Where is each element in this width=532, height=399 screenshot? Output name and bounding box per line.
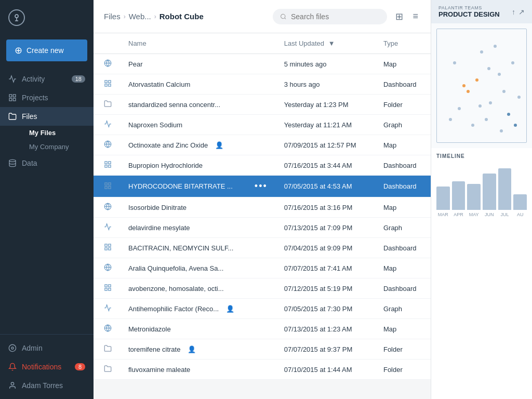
sidebar-item-projects[interactable]: Projects: [0, 88, 94, 107]
col-updated[interactable]: Last Updated ▼: [276, 33, 375, 54]
folder-icon: [104, 365, 112, 374]
file-type: Map: [375, 197, 431, 218]
dashboard-icon: [104, 182, 112, 191]
table-row[interactable]: Atorvastatin Calcium 3 hours ago Dashboa…: [94, 74, 431, 95]
right-panel-header: PALANTIR TEAMS PRODUCT DESIGN ↑ ↗: [431, 0, 532, 23]
breadcrumb-files[interactable]: Files: [104, 12, 121, 21]
timeline-month-label: MAY: [467, 212, 481, 217]
svg-line-9: [285, 18, 286, 19]
table-row[interactable]: avobenzone, homosalate, octi... 07/12/20…: [94, 278, 431, 299]
file-type: Map: [375, 54, 431, 74]
create-new-button[interactable]: ⊕ Create new: [6, 39, 87, 61]
table-row[interactable]: standardized senna concentr... Yesterday…: [94, 95, 431, 115]
grid-view-icon[interactable]: ⊞: [393, 9, 405, 24]
sidebar-item-admin[interactable]: Admin: [0, 339, 94, 357]
bell-icon: [8, 363, 17, 371]
table-row[interactable]: HYDROCODONE BITARTRATE ... ••• 07/05/201…: [94, 176, 431, 197]
file-type: Graph: [375, 299, 431, 319]
file-updated: 07/09/2015 at 12:57 PM: [276, 135, 375, 155]
svg-point-5: [9, 159, 16, 162]
table-row[interactable]: toremifene citrate 👤 07/07/2015 at 9:37 …: [94, 339, 431, 360]
user-icon: [8, 381, 17, 390]
timeline-months: MARAPRMAYJUNJULAU: [436, 210, 527, 217]
table-row[interactable]: Naproxen Sodium Yesterday at 11:21 AM Gr…: [94, 115, 431, 135]
table-row[interactable]: Isosorbide Dinitrate 07/16/2015 at 3:16 …: [94, 197, 431, 218]
sidebar-item-my-company[interactable]: My Company: [21, 140, 94, 154]
breadcrumb-robot-cube[interactable]: Robot Cube: [159, 12, 204, 21]
files-sub-nav: My Files My Company: [0, 126, 94, 154]
svg-rect-31: [109, 248, 111, 250]
file-type: Folder: [375, 339, 431, 360]
table-row[interactable]: Antihemophilic Factor (Reco... 👤 07/05/2…: [94, 299, 431, 319]
col-icon: [94, 33, 120, 54]
svg-point-0: [15, 15, 18, 18]
right-panel: PALANTIR TEAMS PRODUCT DESIGN ↑ ↗ TIMELI…: [431, 0, 532, 399]
scatter-dot: [487, 67, 490, 70]
file-updated: 3 hours ago: [276, 74, 375, 95]
scatter-inner: [436, 29, 527, 143]
file-type: Map: [375, 258, 431, 278]
file-type: Dashboard: [375, 74, 431, 95]
timeline-month-label: AU: [513, 212, 527, 217]
graph-icon: [104, 304, 112, 313]
table-row[interactable]: Bupropion Hydrochloride 07/16/2015 at 3:…: [94, 155, 431, 176]
file-updated: 07/12/2015 at 5:19 PM: [276, 278, 375, 299]
toolbar-icons: ⊞ ≡: [393, 9, 420, 24]
svg-rect-23: [109, 182, 111, 184]
table-row[interactable]: Metronidazole 07/13/2015 at 1:23 AM Map: [94, 319, 431, 339]
file-updated: 07/10/2015 at 1:44 AM: [276, 360, 375, 380]
list-view-icon[interactable]: ≡: [410, 9, 420, 24]
svg-rect-30: [105, 248, 107, 250]
search-box[interactable]: [273, 9, 387, 24]
sidebar-item-user[interactable]: Adam Torres: [0, 376, 94, 395]
svg-point-7: [11, 382, 14, 385]
scatter-dot: [498, 73, 501, 76]
svg-point-8: [281, 14, 285, 18]
scatter-dot: [517, 96, 521, 99]
plus-icon: ⊕: [15, 45, 22, 56]
file-name: Bupropion Hydrochloride: [128, 162, 203, 169]
sidebar-item-notifications[interactable]: Notifications 8: [0, 357, 94, 376]
dashboard-icon: [104, 284, 112, 293]
sidebar-item-data[interactable]: Data: [0, 154, 94, 172]
table-row[interactable]: Aralia Quinquefolia, Avena Sa... 07/07/2…: [94, 258, 431, 278]
sidebar-item-my-files[interactable]: My Files: [21, 126, 94, 140]
topbar: Files › Web... › Robot Cube ⊞ ≡: [94, 0, 431, 33]
col-name: Name: [120, 33, 276, 54]
scatter-dot: [449, 118, 452, 121]
upload-icon[interactable]: ↑: [512, 8, 515, 16]
shared-icon: 👤: [226, 305, 234, 313]
file-type: Graph: [375, 115, 431, 135]
search-input[interactable]: [291, 12, 380, 21]
sidebar-item-activity[interactable]: Activity 18: [0, 70, 94, 88]
dashboard-icon: [104, 244, 112, 252]
scatter-dot: [462, 84, 466, 87]
svg-rect-4: [13, 98, 16, 101]
palantir-label: PALANTIR TEAMS: [438, 5, 500, 10]
file-name: avobenzone, homosalate, octi...: [128, 285, 224, 292]
breadcrumb-web[interactable]: Web...: [129, 12, 151, 21]
timeline-month-label: JUN: [483, 212, 496, 217]
file-name: Octinoxate and Zinc Oxide: [128, 141, 208, 149]
table-row[interactable]: Pear 5 minutes ago Map: [94, 54, 431, 74]
sidebar-item-files[interactable]: Files: [0, 107, 94, 126]
folder-icon: [104, 345, 112, 354]
graph-icon: [104, 121, 112, 129]
file-updated: Yesterday at 11:21 AM: [276, 115, 375, 135]
table-row[interactable]: fluvoxamine maleate 07/10/2015 at 1:44 A…: [94, 360, 431, 380]
sort-arrow-icon: ▼: [328, 39, 335, 47]
file-updated: 07/04/2015 at 9:09 PM: [276, 238, 375, 258]
more-options-button[interactable]: •••: [255, 181, 268, 192]
svg-rect-14: [105, 84, 107, 86]
table-row[interactable]: BACITRACIN, NEOMYCIN SULF... 07/04/2015 …: [94, 238, 431, 258]
table-row[interactable]: Octinoxate and Zinc Oxide 👤 07/09/2015 a…: [94, 135, 431, 155]
main-content: Files › Web... › Robot Cube ⊞ ≡ Name Las…: [94, 0, 431, 399]
svg-rect-24: [105, 186, 107, 188]
expand-icon[interactable]: ↗: [518, 8, 525, 16]
map-icon: [104, 141, 112, 150]
file-name: Pear: [128, 60, 142, 68]
svg-rect-34: [105, 285, 107, 287]
table-row[interactable]: delavirdine mesylate 07/13/2015 at 7:09 …: [94, 218, 431, 238]
file-name: Aralia Quinquefolia, Avena Sa...: [128, 264, 223, 272]
timeline-month-label: APR: [452, 212, 466, 217]
